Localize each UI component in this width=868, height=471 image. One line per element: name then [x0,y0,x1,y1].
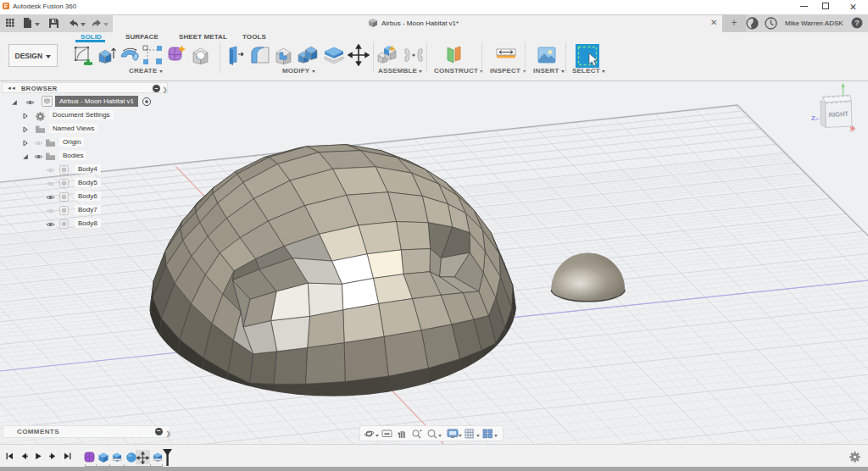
svg-text:X: X [850,125,855,133]
svg-text:Z–: Z– [811,114,820,122]
svg-text:?: ? [854,19,860,27]
svg-text:RIGHT: RIGHT [828,110,849,119]
